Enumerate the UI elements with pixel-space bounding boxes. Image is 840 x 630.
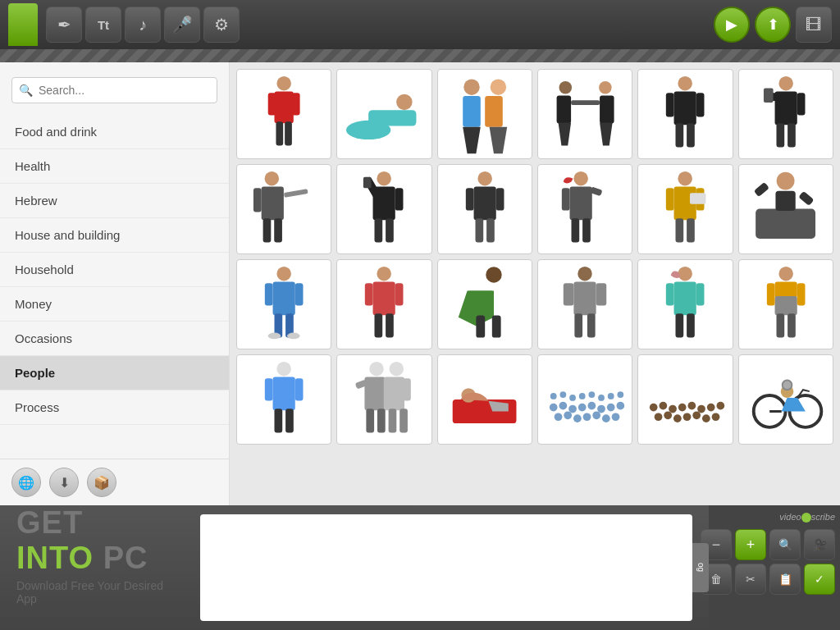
image-cell-23[interactable] [637,354,733,445]
svg-point-24 [778,76,792,90]
svg-point-130 [616,402,624,410]
image-cell-4[interactable] [537,69,632,159]
svg-rect-16 [600,96,614,124]
upload-button[interactable]: ⬆ [755,7,791,43]
svg-rect-70 [265,284,273,306]
image-cell-15[interactable] [437,259,532,349]
svg-point-14 [599,81,612,94]
zoom-in-button[interactable]: + [735,529,766,560]
image-cell-14[interactable] [336,259,431,349]
sidebar-item-people[interactable]: People [0,356,229,390]
image-cell-21[interactable] [437,354,532,445]
sidebar-item-food[interactable]: Food and drink [0,115,229,149]
svg-point-111 [369,362,383,376]
svg-point-68 [276,267,290,281]
search-input[interactable] [11,77,217,103]
image-cell-9[interactable] [437,164,532,254]
film-button[interactable]: 🎞 [796,7,832,43]
svg-point-160 [712,413,720,422]
svg-rect-108 [295,379,304,401]
copy-button[interactable]: 📋 [769,564,801,595]
cut-button[interactable]: ✂ [735,564,766,595]
image-cell-22[interactable] [537,354,632,445]
svg-rect-107 [265,379,273,401]
svg-point-159 [702,414,710,422]
svg-rect-116 [403,379,411,401]
image-cell-10[interactable] [537,164,632,254]
svg-point-128 [597,405,605,413]
sidebar-item-household[interactable]: Household [0,253,229,287]
confirm-button[interactable]: ✓ [804,564,835,595]
image-cell-3[interactable] [437,69,532,159]
svg-rect-12 [485,96,503,127]
sidebar-item-hebrew[interactable]: Hebrew [0,184,229,218]
image-cell-18[interactable] [738,259,833,349]
svg-point-82 [486,267,501,283]
canvas-side-button[interactable]: og [692,543,709,592]
svg-rect-118 [377,409,386,433]
svg-rect-41 [375,219,383,243]
image-grid [236,69,833,445]
svg-rect-8 [368,110,416,126]
svg-point-86 [578,267,591,281]
svg-rect-47 [495,189,504,211]
svg-rect-20 [666,94,674,117]
image-cell-5[interactable] [637,69,733,159]
image-cell-17[interactable] [637,259,733,349]
settings-tool-button[interactable]: ⚙ [203,7,240,43]
canvas-area[interactable]: og [200,514,692,621]
pen-tool-button[interactable]: ✒ [46,7,82,43]
image-cell-13[interactable] [236,259,331,349]
svg-point-131 [554,413,562,422]
image-cell-16[interactable] [537,259,632,349]
image-cell-7[interactable] [236,164,331,254]
svg-rect-117 [366,409,374,433]
sidebar-item-money[interactable]: Money [0,287,229,322]
svg-rect-15 [556,96,570,124]
svg-rect-94 [666,284,674,306]
bottom-bar: GET INTO PC Download Free Your Desired A… [0,505,840,630]
svg-point-37 [377,171,391,185]
brand-subtitle: Download Free Your Desired App [16,579,167,605]
image-cell-19[interactable] [236,354,331,445]
sidebar-bottom: 🌐 ⬇ 📦 [0,459,229,505]
download-button[interactable]: ⬇ [49,468,79,497]
image-cell-8[interactable] [336,164,431,254]
globe-button[interactable]: 🌐 [11,468,41,497]
svg-rect-46 [466,189,474,211]
svg-rect-35 [263,219,272,243]
image-cell-12[interactable] [738,164,833,254]
search-container: 🔍 [0,71,229,110]
image-cell-6[interactable] [738,69,833,159]
sidebar-item-process[interactable]: Process [0,390,229,425]
sidebar-item-house[interactable]: House and building [0,218,229,253]
record-button[interactable]: 🎥 [804,529,835,560]
svg-point-126 [578,404,586,412]
svg-rect-78 [365,284,373,306]
svg-point-7 [396,94,412,110]
brand-into: INTO [16,541,94,575]
search-button[interactable]: 🔍 [769,529,801,560]
svg-point-139 [559,391,566,398]
mic-tool-button[interactable]: 🎤 [164,7,200,43]
svg-rect-93 [674,282,696,316]
image-cell-20[interactable] [336,354,431,445]
music-tool-button[interactable]: ♪ [125,7,161,43]
svg-point-148 [669,405,677,413]
text-tool-button[interactable]: Tt [85,7,121,43]
image-cell-11[interactable] [637,164,733,254]
svg-rect-69 [273,282,295,316]
search-wrapper: 🔍 [11,77,217,103]
image-cell-2[interactable] [336,69,431,159]
svg-point-129 [606,404,614,412]
svg-rect-53 [562,189,570,211]
play-button[interactable]: ▶ [714,7,750,43]
sidebar-item-occasions[interactable]: Occasions [0,322,229,356]
image-cell-1[interactable] [236,69,331,159]
image-cell-24[interactable] [738,354,833,445]
green-tab [8,3,38,46]
svg-point-98 [778,267,792,281]
box-button[interactable]: 📦 [87,468,116,497]
sidebar-item-health[interactable]: Health [0,149,229,184]
svg-point-44 [477,171,491,185]
